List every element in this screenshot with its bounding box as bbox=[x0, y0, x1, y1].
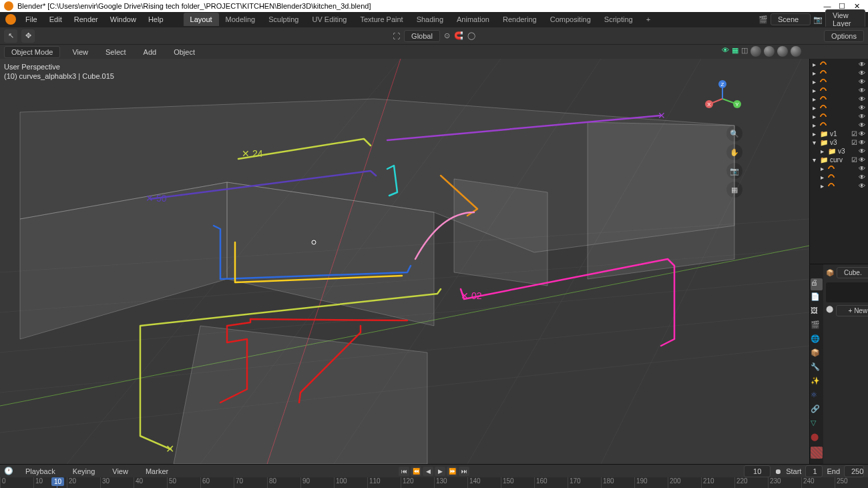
tab-animation[interactable]: Animation bbox=[450, 13, 496, 26]
eye-icon[interactable]: 👁 bbox=[859, 182, 865, 190]
scene-name-field[interactable]: Scene bbox=[771, 13, 811, 25]
eye-icon[interactable]: 👁 bbox=[859, 61, 865, 68]
eye-icon[interactable]: 👁 bbox=[859, 78, 865, 85]
outliner-item[interactable]: ▸👁 bbox=[811, 182, 867, 190]
options-dropdown[interactable]: Options bbox=[824, 30, 864, 42]
eye-icon[interactable]: 👁 bbox=[859, 121, 865, 129]
tab-scripting[interactable]: Scripting bbox=[598, 13, 640, 26]
tab-shading[interactable]: Shading bbox=[410, 13, 450, 26]
overlay-icon[interactable]: ▦ bbox=[732, 46, 738, 57]
snap-icon[interactable]: 🧲 bbox=[454, 31, 463, 40]
end-frame-field[interactable]: 250 bbox=[844, 465, 864, 477]
menu-marker[interactable]: Marker bbox=[140, 465, 174, 477]
show-gizmo-icon[interactable]: 👁 bbox=[722, 46, 729, 57]
material-shading-icon[interactable] bbox=[777, 46, 788, 57]
prop-tab-output[interactable]: 📄 bbox=[811, 292, 823, 304]
outliner-item[interactable]: ▸👁 bbox=[811, 173, 867, 182]
outliner-item[interactable]: ▸👁 bbox=[811, 112, 867, 121]
playhead[interactable]: 10 bbox=[57, 477, 57, 488]
menu-help[interactable]: Help bbox=[143, 13, 169, 25]
eye-icon[interactable]: 👁 bbox=[859, 95, 865, 103]
wireframe-shading-icon[interactable] bbox=[750, 46, 761, 57]
tab-compositing[interactable]: Compositing bbox=[544, 13, 598, 26]
eye-icon[interactable]: 👁 bbox=[859, 156, 865, 164]
menu-object[interactable]: Object bbox=[168, 46, 200, 58]
prop-tab-particle[interactable]: ✨ bbox=[811, 377, 823, 389]
eye-icon[interactable]: 👁 bbox=[859, 148, 865, 155]
tab-uv-editing[interactable]: UV Editing bbox=[305, 13, 353, 26]
orientation-icon[interactable]: ⛶ bbox=[393, 32, 400, 40]
eye-icon[interactable]: 👁 bbox=[859, 165, 865, 172]
tab-layout[interactable]: Layout bbox=[184, 13, 219, 26]
prop-tab-object[interactable]: 📦 bbox=[811, 348, 823, 360]
outliner-item[interactable]: ▸👁 bbox=[811, 86, 867, 95]
prev-key-icon[interactable]: ⏪ bbox=[411, 467, 421, 476]
eye-icon[interactable]: 👁 bbox=[859, 174, 865, 181]
menu-add[interactable]: Add bbox=[138, 46, 162, 58]
prop-tab-scene[interactable]: 🎬 bbox=[811, 320, 823, 332]
eye-icon[interactable]: 👁 bbox=[859, 130, 865, 138]
eye-icon[interactable]: 👁 bbox=[859, 69, 865, 77]
pivot-icon[interactable]: ⊙ bbox=[444, 31, 450, 40]
prop-tab-physics[interactable]: ⚛ bbox=[811, 391, 823, 403]
outliner-item[interactable]: ▸👁 bbox=[811, 95, 867, 103]
transform-tool-icon[interactable]: ✥ bbox=[21, 29, 35, 43]
rendered-shading-icon[interactable] bbox=[791, 46, 801, 57]
eye-icon[interactable]: 👁 bbox=[859, 104, 865, 111]
timeline-editor-icon[interactable]: 🕐 bbox=[4, 467, 13, 475]
prop-tab-modifier[interactable]: 🔧 bbox=[811, 362, 823, 375]
eye-icon[interactable]: 👁 bbox=[859, 139, 865, 146]
play-reverse-icon[interactable]: ◀ bbox=[423, 467, 433, 476]
menu-select[interactable]: Select bbox=[100, 46, 132, 58]
scene-icon[interactable]: 🎬 bbox=[758, 15, 768, 24]
prop-tab-texture[interactable] bbox=[811, 447, 823, 459]
menu-view[interactable]: View bbox=[67, 46, 93, 58]
play-icon[interactable]: ▶ bbox=[435, 467, 445, 476]
autokey-icon[interactable]: ⏺ bbox=[775, 467, 782, 475]
tab-rendering[interactable]: Rendering bbox=[496, 13, 544, 26]
new-material-button[interactable]: + New bbox=[836, 305, 868, 316]
outliner-item[interactable]: ▸👁 bbox=[811, 69, 867, 77]
tab-texture-paint[interactable]: Texture Paint bbox=[353, 13, 409, 26]
prop-tab-material[interactable]: ⬤ bbox=[811, 433, 823, 445]
tab-sculpting[interactable]: Sculpting bbox=[262, 13, 305, 26]
menu-render[interactable]: Render bbox=[69, 13, 103, 25]
next-key-icon[interactable]: ⏩ bbox=[447, 467, 457, 476]
menu-playback[interactable]: Playback bbox=[20, 465, 61, 477]
eye-icon[interactable]: 👁 bbox=[859, 87, 865, 94]
xray-icon[interactable]: ◫ bbox=[741, 46, 748, 57]
outliner-item[interactable]: ▸👁 bbox=[811, 164, 867, 173]
menu-file[interactable]: File bbox=[20, 13, 43, 25]
timeline-track[interactable]: 0102030405060708090100110120130140150160… bbox=[0, 477, 868, 488]
outliner-item-collection[interactable]: ▾📁curv☑👁 bbox=[811, 156, 867, 164]
view-layer-icon[interactable]: 📷 bbox=[813, 15, 823, 24]
tab-modeling[interactable]: Modeling bbox=[219, 13, 262, 26]
outliner-item[interactable]: ▸👁 bbox=[811, 77, 867, 86]
outliner-item[interactable]: ▸📁v3👁 bbox=[811, 147, 867, 156]
prop-tab-data[interactable]: ▽ bbox=[811, 419, 823, 431]
eye-icon[interactable]: 👁 bbox=[859, 113, 865, 120]
outliner[interactable]: ▸👁 ▸👁 ▸👁 ▸👁 ▸👁 ▸👁 ▸👁 ▸👁 ▸📁v1☑👁 ▾📁v3☑👁 ▸📁… bbox=[810, 59, 868, 264]
solid-shading-icon[interactable] bbox=[764, 46, 775, 57]
tab-add[interactable]: + bbox=[640, 13, 657, 26]
cursor-tool-icon[interactable]: ↖ bbox=[4, 29, 17, 43]
prop-tab-constraint[interactable]: 🔗 bbox=[811, 405, 823, 417]
outliner-item[interactable]: ▸👁 bbox=[811, 60, 867, 69]
menu-window[interactable]: Window bbox=[105, 13, 142, 25]
outliner-item[interactable]: ▸👁 bbox=[811, 103, 867, 112]
jump-end-icon[interactable]: ⏭ bbox=[459, 467, 469, 476]
menu-edit[interactable]: Edit bbox=[44, 13, 67, 25]
object-name-field[interactable]: Cube. bbox=[837, 267, 868, 278]
outliner-item-collection[interactable]: ▸📁v1☑👁 bbox=[811, 130, 867, 138]
menu-view[interactable]: View bbox=[107, 465, 134, 477]
outliner-item-collection[interactable]: ▾📁v3☑👁 bbox=[811, 138, 867, 147]
jump-start-icon[interactable]: ⏮ bbox=[399, 467, 409, 476]
proportional-icon[interactable]: ◯ bbox=[467, 31, 475, 40]
prop-tab-world[interactable]: 🌐 bbox=[811, 334, 823, 346]
prop-tab-viewlayer[interactable]: 🖼 bbox=[811, 306, 823, 318]
mode-dropdown[interactable]: Object Mode bbox=[4, 46, 60, 58]
outliner-item[interactable]: ▸👁 bbox=[811, 121, 867, 130]
menu-keying[interactable]: Keying bbox=[67, 465, 101, 477]
prop-tab-render[interactable]: 🖨 bbox=[811, 278, 823, 290]
3d-viewport[interactable]: User Perspective (10) curves_alphablx3 |… bbox=[0, 59, 809, 464]
